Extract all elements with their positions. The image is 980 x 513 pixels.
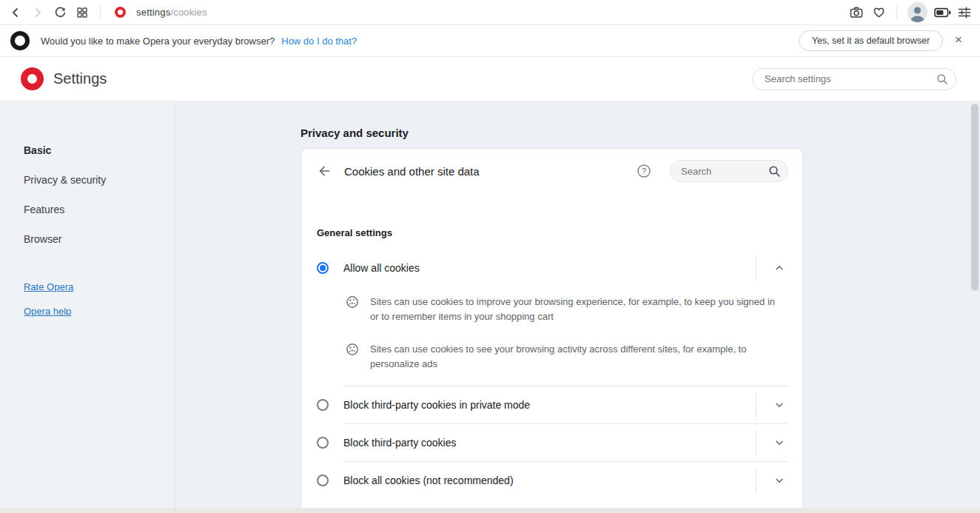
sidebar-item-privacy-security[interactable]: Privacy & security: [0, 165, 175, 195]
opera-help-link[interactable]: Opera help: [24, 306, 71, 317]
easy-setup-button[interactable]: [953, 1, 976, 24]
back-button[interactable]: [4, 1, 27, 24]
rate-opera-link[interactable]: Rate Opera: [24, 281, 73, 292]
how-do-i-link[interactable]: How do I do that?: [281, 36, 357, 47]
card-header: Cookies and other site data ?: [301, 149, 802, 193]
option-label: Block third-party cookies in private mod…: [343, 399, 530, 411]
option-block-all-cookies[interactable]: Block all cookies (not recommended): [301, 462, 802, 499]
banner-message: Would you like to make Opera your everyd…: [41, 36, 275, 47]
window-bottom-edge: [0, 508, 980, 513]
back-icon: [10, 7, 21, 19]
cookie-icon: [346, 295, 359, 309]
option-description: Sites can use cookies to see your browsi…: [301, 342, 802, 372]
option-label: Allow all cookies: [343, 262, 420, 274]
expand-button[interactable]: [756, 475, 802, 486]
description-text: Sites can use cookies to see your browsi…: [370, 342, 785, 372]
easy-setup-icon: [958, 7, 971, 19]
user-icon: [907, 4, 927, 22]
sidebar-item-browser[interactable]: Browser: [0, 224, 175, 254]
sidebar-item-basic[interactable]: Basic: [0, 135, 175, 165]
browser-toolbar: settings/cookies: [0, 0, 980, 25]
settings-search-input[interactable]: [765, 73, 936, 84]
sidebar-item-features[interactable]: Features: [0, 195, 175, 224]
scrollbar-thumb[interactable]: [971, 104, 979, 291]
option-label: Block all cookies (not recommended): [343, 475, 514, 486]
set-default-browser-button[interactable]: Yes, set it as default browser: [799, 30, 943, 51]
section-title: Privacy and security: [301, 127, 980, 139]
help-button[interactable]: ?: [636, 163, 652, 179]
reload-icon: [54, 6, 67, 19]
chevron-down-icon: [774, 475, 785, 486]
description-text: Sites can use cookies to improve your br…: [370, 295, 785, 324]
chevron-down-icon: [774, 400, 785, 410]
opera-logo-red: [21, 67, 44, 90]
profile-avatar[interactable]: [907, 2, 927, 22]
close-icon[interactable]: ×: [943, 33, 970, 49]
card-title: Cookies and other site data: [344, 165, 480, 178]
settings-sidebar: Basic Privacy & security Features Browse…: [0, 101, 175, 513]
opera-logo-black: [10, 31, 30, 50]
toolbar-divider: [896, 6, 897, 19]
default-browser-banner: Would you like to make Opera your everyd…: [0, 25, 980, 57]
tab-tiling-icon: [76, 7, 88, 19]
snapshot-button[interactable]: [845, 1, 867, 24]
cookie-icon: [346, 343, 359, 356]
option-description: Sites can use cookies to improve your br…: [301, 295, 802, 324]
collapse-button[interactable]: [756, 263, 802, 273]
arrow-left-icon: [318, 164, 331, 178]
radio-unselected[interactable]: [317, 475, 329, 486]
expand-button[interactable]: [756, 400, 802, 410]
address-bar[interactable]: settings/cookies: [136, 7, 207, 18]
group-label: General settings: [317, 227, 802, 238]
url-primary: settings: [136, 7, 170, 18]
url-secondary: /cookies: [170, 7, 207, 18]
radio-unselected[interactable]: [317, 399, 329, 411]
radio-selected[interactable]: [317, 262, 329, 274]
settings-content: Basic Privacy & security Features Browse…: [0, 101, 980, 513]
chevron-down-icon: [774, 437, 785, 448]
back-arrow-button[interactable]: [317, 164, 332, 178]
battery-icon: [934, 7, 951, 18]
forward-icon: [32, 7, 44, 19]
settings-main: Privacy and security Cookies and other s…: [175, 101, 980, 513]
settings-header: Settings: [0, 57, 980, 101]
toolbar-divider: [100, 6, 101, 19]
opera-favicon: [115, 7, 126, 18]
help-icon: ?: [637, 164, 651, 178]
expand-button[interactable]: [756, 437, 802, 448]
cookies-card: Cookies and other site data ? General se…: [301, 148, 803, 508]
search-icon: [936, 73, 948, 85]
option-block-third-party-private[interactable]: Block third-party cookies in private mod…: [301, 386, 802, 423]
settings-search-box[interactable]: [752, 68, 956, 90]
camera-icon: [850, 6, 863, 19]
radio-unselected[interactable]: [317, 437, 329, 449]
card-search-box[interactable]: [670, 160, 788, 182]
option-block-third-party[interactable]: Block third-party cookies: [301, 424, 802, 461]
tab-tiling-button[interactable]: [71, 1, 93, 24]
bookmarks-button[interactable]: [867, 1, 890, 24]
page-title: Settings: [53, 70, 107, 87]
chevron-up-icon: [774, 263, 785, 273]
battery-saver-button[interactable]: [931, 1, 953, 24]
option-label: Block third-party cookies: [343, 437, 457, 449]
reload-button[interactable]: [49, 1, 71, 24]
card-search-input[interactable]: [681, 166, 768, 177]
heart-icon: [873, 7, 885, 19]
search-icon: [768, 165, 781, 178]
option-allow-all-cookies[interactable]: Allow all cookies: [301, 250, 802, 286]
svg-text:?: ?: [642, 167, 646, 175]
forward-button[interactable]: [27, 1, 49, 24]
